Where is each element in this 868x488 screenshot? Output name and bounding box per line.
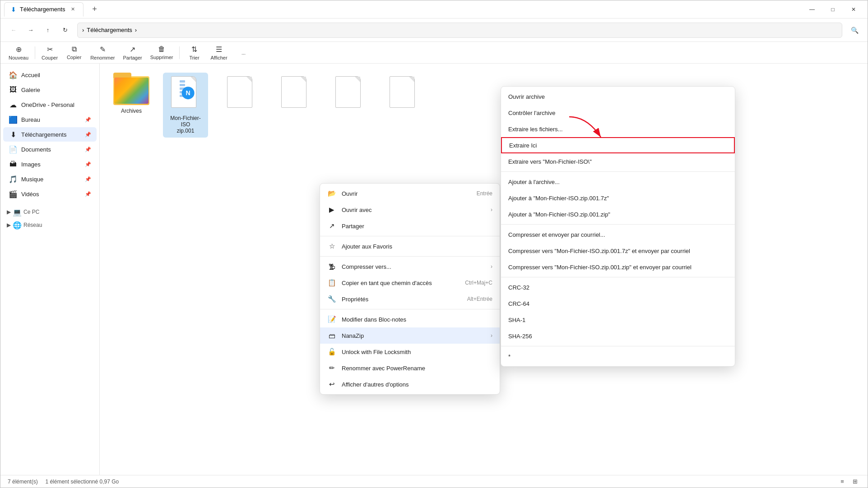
ctx-partager[interactable]: ↗ Partager	[320, 218, 500, 234]
ctx-unlock[interactable]: 🔓 Unlock with File Locksmith	[320, 344, 500, 360]
cut-label: Couper	[42, 55, 58, 60]
file-item-zip[interactable]: N Mon-Fichier-ISOzip.001	[163, 73, 208, 138]
nz-compresser-7z-envoyer[interactable]: Compresser vers "Mon-Fichier-ISO.zip.001…	[501, 243, 735, 259]
file-item-3[interactable]	[217, 73, 262, 138]
sidebar-label-accueil: Accueil	[21, 72, 40, 78]
bureau-icon: 🟦	[9, 115, 18, 124]
sidebar-item-bureau[interactable]: 🟦 Bureau 📌	[3, 112, 97, 127]
delete-button[interactable]: 🗑 Supprimer	[147, 44, 177, 62]
sort-icon: ⇅	[191, 45, 197, 54]
music-icon: 🎵	[9, 175, 18, 184]
sidebar-label-images: Images	[21, 161, 41, 168]
nz-wildcard[interactable]: *	[501, 348, 735, 364]
nz-crc64-label: CRC-64	[508, 300, 529, 307]
sort-button[interactable]: ⇅ Trier	[182, 44, 206, 62]
rename-button[interactable]: ✎ Renommer	[87, 44, 118, 62]
copy-button[interactable]: ⧉ Copier	[62, 44, 86, 62]
minimize-button[interactable]: —	[802, 0, 822, 18]
nz-ajouter-zip[interactable]: Ajouter à "Mon-Fichier-ISO.zip.001.zip"	[501, 206, 735, 222]
cut-icon: ✂	[47, 45, 53, 54]
ctx-ouvrir[interactable]: 📂 Ouvrir Entrée	[320, 185, 500, 202]
new-button[interactable]: ⊕ Nouveau	[5, 44, 32, 62]
file-item-4[interactable]	[271, 73, 316, 138]
sidebar-item-documents[interactable]: 📄 Documents 📌	[3, 142, 97, 157]
sidebar-item-videos[interactable]: 🎬 Vidéos 📌	[3, 187, 97, 201]
sidebar-item-telechargements[interactable]: ⬇ Téléchargements 📌	[3, 127, 97, 142]
file-label-zip: Mon-Fichier-ISOzip.001	[167, 115, 204, 134]
list-view-button[interactable]: ≡	[837, 476, 848, 487]
nz-wildcard-label: *	[508, 353, 511, 360]
more-button[interactable]: ...	[232, 44, 255, 62]
nz-extraire-ici[interactable]: Extraire Ici	[501, 137, 735, 153]
ctx-proprietes[interactable]: 🔧 Propriétés Alt+Entrée	[320, 291, 500, 307]
ctx-bloc-notes-label: Modifier dans Bloc-notes	[342, 316, 492, 323]
nz-crc64[interactable]: CRC-64	[501, 295, 735, 312]
ctx-ouvrir-avec[interactable]: ▶ Ouvrir avec ›	[320, 202, 500, 218]
ctx-sep3	[320, 309, 500, 309]
sidebar-item-images[interactable]: 🏔 Images 📌	[3, 157, 97, 171]
back-button[interactable]: ←	[6, 23, 21, 38]
nz-ajouter-archive[interactable]: Ajouter à l'archive...	[501, 174, 735, 190]
close-button[interactable]: ✕	[843, 0, 864, 18]
file-item-5[interactable]	[325, 73, 371, 138]
cut-button[interactable]: ✂ Couper	[38, 44, 61, 62]
nz-sha1[interactable]: SHA-1	[501, 312, 735, 328]
context-menu: 📂 Ouvrir Entrée ▶ Ouvrir avec › ↗ Partag…	[320, 183, 500, 395]
share-button[interactable]: ↗ Partager	[120, 44, 146, 62]
ctx-autres-options[interactable]: ↩ Afficher d'autres d'options	[320, 376, 500, 392]
up-button[interactable]: ↑	[40, 23, 56, 38]
ctx-nanazip[interactable]: 🗃 NanaZip ›	[320, 327, 500, 344]
nz-ouvrir-archive[interactable]: Ouvrir archive	[501, 88, 735, 105]
titlebar: ⬇ Téléchargements ✕ + — □ ✕	[0, 0, 868, 18]
nz-sha256[interactable]: SHA-256	[501, 328, 735, 344]
maximize-button[interactable]: □	[822, 0, 843, 18]
file-label-archives: Archives	[121, 108, 142, 114]
ctx-sep2	[320, 256, 500, 257]
nz-extraire-vers[interactable]: Extraire vers "Mon-Fichier-ISO\"	[501, 153, 735, 170]
pin-icon2: 📌	[85, 132, 91, 138]
nz-compresser-envoyer[interactable]: Compresser et envoyer par courriel...	[501, 226, 735, 243]
ctx-copier-chemin[interactable]: 📋 Copier en tant que chemin d'accès Ctrl…	[320, 275, 500, 291]
forward-button[interactable]: →	[23, 23, 38, 38]
nz-crc32[interactable]: CRC-32	[501, 279, 735, 295]
pin-icon6: 📌	[85, 191, 91, 197]
sidebar-item-onedrive[interactable]: ☁ OneDrive - Personal	[3, 97, 97, 112]
sidebar-item-accueil[interactable]: 🏠 Accueil	[3, 68, 97, 82]
action-toolbar: ⊕ Nouveau ✂ Couper ⧉ Copier ✎ Renommer ↗…	[0, 42, 868, 64]
sidebar-item-musique[interactable]: 🎵 Musique 📌	[3, 172, 97, 186]
expand-icon: ▶	[7, 209, 11, 215]
tab-close-button[interactable]: ✕	[69, 5, 77, 14]
sidebar-item-galerie[interactable]: 🖼 Galerie	[3, 83, 97, 97]
copy-label: Copier	[67, 55, 81, 60]
nz-compresser-zip-envoyer[interactable]: Compresser vers "Mon-Fichier-ISO.zip.001…	[501, 259, 735, 275]
nz-sep4	[501, 346, 735, 346]
ctx-powername[interactable]: ✏ Renommer avec PowerRename	[320, 360, 500, 376]
ctx-favoris[interactable]: ☆ Ajouter aux Favoris	[320, 238, 500, 254]
refresh-button[interactable]: ↻	[57, 23, 73, 38]
nz-sha1-label: SHA-1	[508, 317, 525, 323]
ctx-compresser[interactable]: 🗜 Compresser vers... ›	[320, 258, 500, 275]
grid-view-button[interactable]: ⊞	[849, 476, 860, 487]
powername-icon: ✏	[327, 364, 336, 373]
ctx-unlock-label: Unlock with File Locksmith	[342, 349, 492, 355]
search-button[interactable]: 🔍	[847, 23, 862, 38]
onedrive-icon: ☁	[9, 101, 18, 109]
sidebar-item-cepc[interactable]: ▶ 💻 Ce PC	[3, 206, 97, 218]
separator1	[35, 46, 35, 59]
nz-controler-archive[interactable]: Contrôler l'archive	[501, 105, 735, 121]
file-item-6[interactable]	[380, 73, 425, 138]
nz-extraire-fichiers-label: Extraire les fichiers...	[508, 126, 563, 133]
view-button[interactable]: ☰ Afficher	[207, 44, 231, 62]
nz-ajouter-7z[interactable]: Ajouter à "Mon-Fichier-ISO.zip.001.7z"	[501, 190, 735, 206]
pin-icon4: 📌	[85, 161, 91, 167]
statusbar-right: ≡ ⊞	[837, 476, 860, 487]
nz-extraire-fichiers[interactable]: Extraire les fichiers...	[501, 121, 735, 137]
new-tab-button[interactable]: +	[87, 2, 102, 17]
address-bar[interactable]: › Téléchargements ›	[77, 23, 842, 38]
ctx-bloc-notes[interactable]: 📝 Modifier dans Bloc-notes	[320, 311, 500, 327]
file-item-archives[interactable]: Archives	[109, 73, 154, 138]
ctx-favoris-label: Ajouter aux Favoris	[342, 243, 492, 250]
sidebar-item-reseau[interactable]: ▶ 🌐 Réseau	[3, 219, 97, 231]
active-tab[interactable]: ⬇ Téléchargements ✕	[4, 2, 84, 17]
downloads-icon: ⬇	[9, 130, 18, 139]
